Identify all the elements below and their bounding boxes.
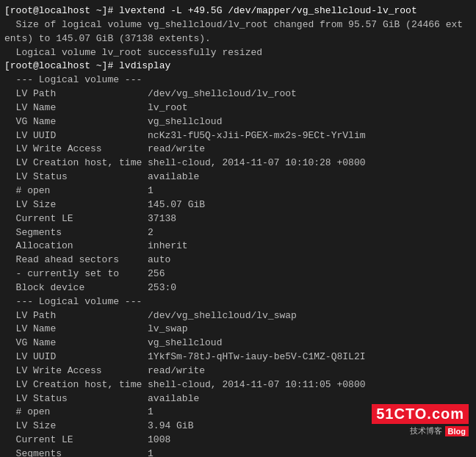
terminal-line: --- Logical volume --- (4, 295, 472, 309)
terminal-line: LV Creation host, time shell-cloud, 2014… (4, 378, 472, 392)
terminal-line: VG Name vg_shellcloud (4, 337, 472, 350)
terminal-line: Block device 253:0 (4, 281, 472, 295)
terminal-line: --- Logical volume --- (4, 73, 472, 87)
terminal-line: Segments 1 (4, 447, 472, 457)
watermark-blog-label: Blog (445, 426, 469, 436)
watermark-subtitle: 技术博客 Blog (410, 425, 469, 436)
terminal-line: LV Name lv_swap (4, 323, 472, 337)
watermark-tech-label: 技术博客 (410, 425, 442, 436)
terminal-line: Read ahead sectors auto (4, 253, 472, 267)
terminal-line: LV Name lv_root (4, 101, 472, 115)
terminal-line: Current LE 37138 (4, 212, 472, 226)
terminal-line: LV Write Access read/write (4, 143, 472, 156)
terminal-line: Logical volume lv_root successfully resi… (4, 46, 472, 60)
terminal-line: LV UUID ncKz3l-fU5Q-xJii-PGEX-mx2s-9ECt-… (4, 129, 472, 143)
terminal-line: # open 1 (4, 184, 472, 198)
terminal-line: LV UUID 1YkfSm-78tJ-qHTw-iauy-be5V-C1MZ-… (4, 350, 472, 364)
terminal-line: Segments 2 (4, 226, 472, 240)
terminal-output: [root@localhost ~]# lvextend -L +49.5G /… (4, 4, 472, 457)
terminal-line: LV Creation host, time shell-cloud, 2014… (4, 156, 472, 170)
terminal-line: VG Name vg_shellcloud (4, 115, 472, 129)
terminal-line: ents) to 145.07 GiB (37138 extents). (4, 32, 472, 46)
terminal-line: LV Path /dev/vg_shellcloud/lv_root (4, 87, 472, 101)
terminal-line: LV Write Access read/write (4, 364, 472, 378)
terminal-window: [root@localhost ~]# lvextend -L +49.5G /… (0, 0, 476, 457)
terminal-line: [root@localhost ~]# lvdisplay (4, 60, 472, 73)
watermark: 51CTO.com 技术博客 Blog (372, 404, 469, 436)
terminal-line: Size of logical volume vg_shellcloud/lv_… (4, 18, 472, 32)
terminal-line: [root@localhost ~]# lvextend -L +49.5G /… (4, 4, 472, 18)
terminal-line: LV Size 145.07 GiB (4, 198, 472, 212)
terminal-line: - currently set to 256 (4, 267, 472, 281)
terminal-line: Allocation inherit (4, 240, 472, 253)
terminal-line: LV Status available (4, 170, 472, 184)
terminal-line: LV Path /dev/vg_shellcloud/lv_swap (4, 309, 472, 323)
watermark-logo: 51CTO.com (372, 404, 469, 424)
